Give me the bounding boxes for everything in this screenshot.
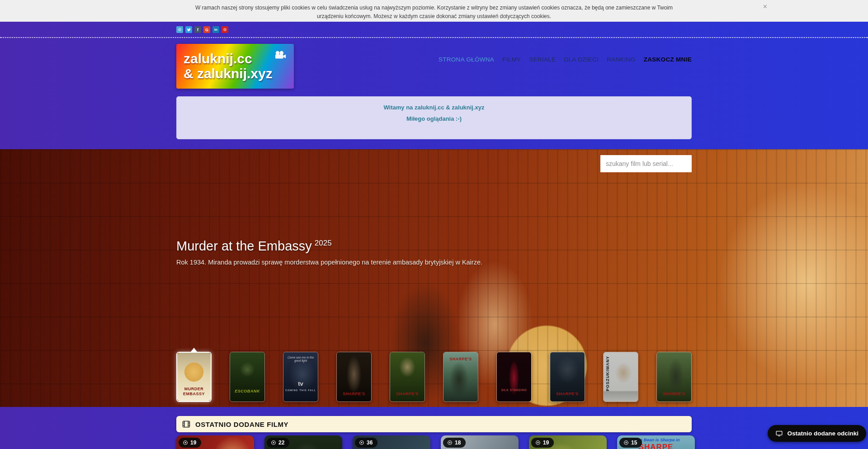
welcome-line2: Miłego oglądania :-) [177,115,691,122]
latest-movies-band: OSTATNIO DODANE FILMY 19 22 36 [0,407,868,449]
poster-thumb-silk-standing[interactable]: SILK STANDING [496,352,532,402]
poster-thumb-sharpes-1[interactable]: SHARPE'S [336,352,372,402]
poster-caption: SHARPE'S [443,357,478,361]
poster-caption: EMBASSY [177,392,211,396]
logo-text-line2: & zaluknij.xyz [184,66,294,81]
share-circle-icon[interactable] [176,26,183,33]
social-bar: f G in [176,22,692,33]
eye-icon [447,440,453,445]
nav-item-filmy[interactable]: FILMY [502,56,521,63]
views-count: 15 [631,440,637,446]
movie-card-sharpe[interactable]: Sean Bean is Sharpe in SHARPE 15 [617,435,695,449]
views-count: 22 [278,440,284,446]
views-count: 19 [190,440,196,446]
welcome-line1: Witamy na zaluknij.cc & zaluknij.xyz [177,104,691,111]
poster-thumb-escobank[interactable]: ESCOBANK [230,352,265,402]
poster-caption: ESCOBANK [230,389,264,393]
eye-icon [271,440,276,445]
cookie-text-line1: W ramach naszej strony stosujemy pliki c… [77,4,791,12]
eye-icon [183,440,188,445]
section-header-latest-movies: OSTATNIO DODANE FILMY [176,416,692,432]
views-count: 19 [543,440,549,446]
latest-episodes-button[interactable]: Ostatnio dodane odcinki [768,425,866,442]
twitter-icon[interactable] [185,26,192,33]
cookie-banner: W ramach naszej strony stosujemy pliki c… [0,0,868,22]
nav-item-zaskocz-mnie[interactable]: ZASKOCZ MNIE [644,56,692,63]
movie-card[interactable]: 19 [176,435,254,449]
movie-card[interactable]: 18 [441,435,519,449]
eye-icon [535,440,541,445]
views-badge: 19 [179,438,201,448]
views-count: 36 [367,440,373,446]
pinterest-icon[interactable] [222,26,228,33]
section-title: OSTATNIO DODANE FILMY [195,421,288,428]
welcome-box: Witamy na zaluknij.cc & zaluknij.xyz Mił… [176,96,692,139]
cookie-text-line2: urządzeniu końcowym. Możesz w każdym cza… [77,12,791,21]
circle-icon [178,28,182,32]
movie-card[interactable]: 22 [264,435,342,449]
hero-backdrop: Murder at the Embassy2025 Rok 1934. Mira… [0,149,868,407]
movie-card[interactable]: 19 [529,435,607,449]
apple-tv-logo: tv [283,380,318,387]
close-icon[interactable]: ✕ [763,4,768,9]
facebook-icon[interactable]: f [194,26,201,33]
poster-caption: POSZUKIWANY [605,356,610,391]
featured-movie-title: Murder at the Embassy2025 [176,239,332,254]
views-badge: 19 [531,438,554,448]
nav-item-ranking[interactable]: RANKING [607,56,636,63]
latest-movies-row: 19 22 36 18 [176,435,692,449]
views-badge: 36 [355,438,377,448]
poster-thumb-murder-at-the-embassy[interactable]: MURDER EMBASSY [176,352,212,402]
movie-camera-icon [273,48,287,62]
views-badge: 22 [267,438,289,448]
poster-carousel: MURDER EMBASSY ESCOBANK Come see me in t… [176,352,692,402]
poster-caption: SHARPE'S [657,392,691,396]
poster-thumb-apple-tv[interactable]: Come see me in the good light tv COMING … [283,352,318,402]
poster-caption: MURDER [177,387,211,391]
nav-item-strona-glowna[interactable]: STRONA GŁÓWNA [439,56,494,63]
poster-thumb-sharpes-5[interactable]: SHARPE'S [656,352,692,402]
views-count: 18 [455,440,461,446]
views-badge: 18 [443,438,466,448]
movie-year: 2025 [315,239,332,247]
poster-caption: SHARPE'S [550,392,585,396]
movie-card[interactable]: 36 [353,435,430,449]
site-logo[interactable]: zaluknij.cc & zaluknij.xyz [176,44,294,89]
poster-caption: SHARPE'S [337,392,371,396]
eye-icon [359,440,364,445]
nav-item-dla-dzieci[interactable]: DLA DZIECI [564,56,599,63]
linkedin-icon[interactable]: in [212,26,219,33]
main-nav: STRONA GŁÓWNA FILMY SERIALE DLA DZIECI R… [439,56,692,63]
poster-thumb-sharpes-3[interactable]: SHARPE'S [443,352,478,402]
button-label: Ostatnio dodane odcinki [787,430,859,437]
movie-title-text: Murder at the Embassy [176,239,312,253]
poster-caption: SILK STANDING [497,388,531,392]
poster-caption: Come see me in the good light [283,356,318,362]
nav-item-seriale[interactable]: SERIALE [529,56,556,63]
header-band: f G in zaluknij.cc & zaluknij.xyz STRONA… [0,22,868,149]
poster-thumb-poszukiwany[interactable]: POSZUKIWANY [603,352,638,402]
eye-icon [623,440,629,445]
google-icon[interactable]: G [203,26,210,33]
monitor-icon [775,430,783,437]
views-badge: 15 [619,438,642,448]
poster-caption: COMING THIS FALL [283,389,318,392]
film-strip-icon [182,420,191,429]
search-input[interactable] [600,155,692,172]
poster-thumb-sharpes-2[interactable]: SHARPE'S [390,352,425,402]
featured-movie-description: Rok 1934. Miranda prowadzi sprawę morder… [176,259,482,266]
poster-caption: SHARPE'S [390,392,425,396]
poster-thumb-sharpes-4[interactable]: SHARPE'S [550,352,585,402]
